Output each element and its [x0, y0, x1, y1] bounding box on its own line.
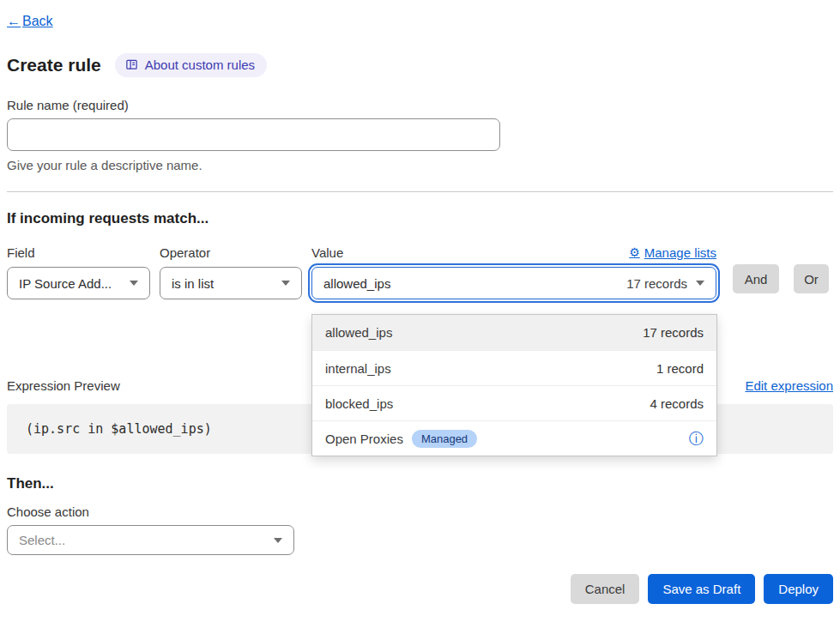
deploy-button[interactable]: Deploy: [764, 574, 833, 604]
action-select[interactable]: Select...: [7, 525, 294, 555]
section-divider: [7, 191, 833, 192]
operator-select[interactable]: is in list: [160, 267, 302, 299]
match-section-heading: If incoming requests match...: [7, 210, 833, 227]
list-item-records: 4 records: [650, 396, 704, 411]
rule-name-input[interactable]: [7, 118, 500, 151]
book-icon: [125, 58, 138, 71]
expression-code: (ip.src in $allowed_ips): [26, 421, 212, 437]
list-item-internal-ips[interactable]: internal_ips 1 record: [312, 350, 716, 385]
then-heading: Then...: [7, 475, 833, 492]
list-dropdown-panel: allowed_ips 17 records internal_ips 1 re…: [311, 314, 717, 456]
and-or-group: And Or: [733, 264, 829, 293]
create-rule-page: ←Back Create rule About custom rules Rul…: [0, 0, 840, 634]
cancel-button[interactable]: Cancel: [571, 574, 640, 604]
value-column: Value ⚙ Manage lists allowed_ips 17 reco…: [311, 244, 716, 299]
back-link[interactable]: ←Back: [7, 14, 53, 28]
manage-lists-link[interactable]: ⚙ Manage lists: [629, 245, 716, 260]
list-item-name: Open Proxies: [325, 432, 403, 446]
value-label: Value: [311, 245, 343, 260]
back-arrow-icon: ←: [7, 14, 21, 28]
or-button[interactable]: Or: [794, 264, 829, 293]
footer-actions: Cancel Save as Draft Deploy: [7, 574, 833, 604]
field-column: Field IP Source Add...: [7, 244, 150, 299]
info-icon[interactable]: ⓘ: [689, 432, 704, 446]
and-button[interactable]: And: [733, 264, 779, 293]
list-item-records: 1 record: [656, 361, 704, 376]
manage-lists-label: Manage lists: [644, 245, 716, 260]
value-select-name: allowed_ips: [323, 276, 390, 291]
list-item-records: 17 records: [643, 325, 704, 340]
value-select[interactable]: allowed_ips 17 records: [311, 267, 716, 299]
save-as-draft-button[interactable]: Save as Draft: [648, 574, 755, 604]
list-item-allowed-ips[interactable]: allowed_ips 17 records: [312, 315, 716, 350]
chevron-down-icon: [274, 538, 282, 543]
action-select-placeholder: Select...: [19, 533, 65, 547]
rule-name-helper: Give your rule a descriptive name.: [7, 158, 833, 172]
about-badge-label: About custom rules: [145, 57, 255, 72]
list-item-name: allowed_ips: [325, 325, 392, 340]
chevron-down-icon: [696, 281, 704, 286]
page-title: Create rule: [7, 55, 101, 75]
title-row: Create rule About custom rules: [7, 53, 833, 77]
list-item-blocked-ips[interactable]: blocked_ips 4 records: [312, 385, 716, 420]
gear-icon: ⚙: [629, 245, 640, 259]
about-custom-rules-badge[interactable]: About custom rules: [115, 53, 267, 77]
back-row: ←Back: [7, 0, 833, 29]
list-item-name: blocked_ips: [325, 396, 393, 411]
field-label: Field: [7, 245, 35, 260]
rule-name-label: Rule name (required): [7, 98, 833, 112]
managed-badge: Managed: [412, 430, 477, 448]
list-item-open-proxies[interactable]: Open Proxies Managed ⓘ: [312, 420, 716, 456]
field-select[interactable]: IP Source Add...: [7, 267, 150, 299]
choose-action-label: Choose action: [7, 504, 833, 519]
list-item-name: internal_ips: [325, 361, 391, 376]
operator-select-value: is in list: [172, 276, 214, 291]
expression-preview-label: Expression Preview: [7, 378, 120, 393]
operator-column: Operator is in list: [160, 244, 302, 299]
value-select-meta: 17 records: [626, 276, 687, 291]
chevron-down-icon: [281, 281, 290, 286]
field-select-value: IP Source Add...: [19, 276, 112, 291]
condition-row: Field IP Source Add... Operator is in li…: [7, 244, 833, 299]
operator-label: Operator: [160, 245, 210, 260]
edit-expression-link[interactable]: Edit expression: [745, 378, 833, 393]
back-label: Back: [22, 14, 53, 28]
chevron-down-icon: [130, 281, 138, 286]
